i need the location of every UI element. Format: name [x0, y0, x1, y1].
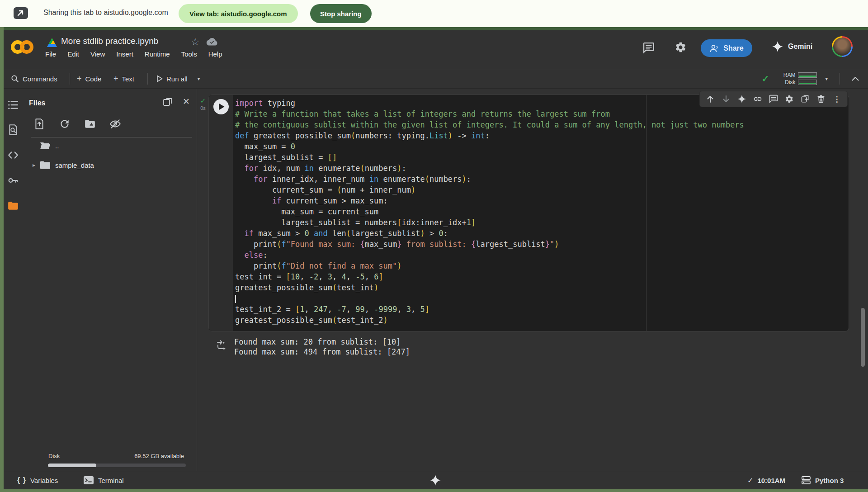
files-folder-icon-active[interactable]	[7, 200, 19, 212]
delete-cell-icon[interactable]	[816, 95, 826, 104]
menu-file[interactable]: File	[45, 50, 56, 58]
menu-view[interactable]: View	[90, 50, 105, 58]
code-editor[interactable]: import typing# Write a function that tak…	[233, 95, 849, 331]
execution-badge: ✓ 0s	[198, 97, 208, 111]
variables-button[interactable]: { } Variables	[17, 471, 58, 489]
folder-open-icon	[40, 141, 51, 150]
gemini-cell-spark-icon[interactable]	[737, 95, 746, 104]
open-in-window-icon[interactable]	[163, 97, 173, 107]
kernel-selector[interactable]: Python 3	[801, 471, 844, 489]
gemini-spark-icon	[772, 41, 783, 52]
menu-help[interactable]: Help	[208, 50, 222, 58]
code-cell: import typing# Write a function that tak…	[208, 95, 849, 331]
terminal-button[interactable]: Terminal	[83, 471, 124, 489]
cell-success-check-icon: ✓	[200, 97, 206, 104]
add-text-label: Text	[122, 75, 135, 83]
disk-available: 69.52 GB available	[134, 453, 184, 459]
add-code-button[interactable]: + Code	[77, 69, 101, 88]
disk-usage-bar	[48, 464, 186, 467]
cell-toolbar: ⋮	[699, 91, 848, 107]
sharing-message: Sharing this tab to aistudio.google.com	[43, 9, 168, 17]
disk-meter	[798, 80, 817, 85]
time-label: 10:01AM	[757, 477, 785, 484]
column-ruler	[646, 95, 646, 331]
move-cell-down-icon[interactable]	[722, 95, 731, 104]
disk-label: Disk	[780, 79, 795, 85]
check-icon: ✓	[747, 476, 753, 485]
kernel-label: Python 3	[815, 477, 844, 484]
code-snippets-icon[interactable]	[7, 149, 19, 161]
toolbar-divider	[70, 73, 70, 85]
files-actions	[33, 118, 121, 130]
run-all-button[interactable]: Run all ▾	[156, 69, 200, 88]
upload-file-icon[interactable]	[33, 118, 45, 130]
table-of-contents-icon[interactable]	[7, 99, 19, 111]
resources-caret-icon[interactable]: ▾	[825, 76, 828, 82]
run-all-caret-icon[interactable]: ▾	[198, 76, 200, 82]
run-cell-button[interactable]	[213, 99, 229, 114]
terminal-label: Terminal	[98, 477, 124, 484]
execution-time: 0s	[198, 105, 208, 111]
menu-insert[interactable]: Insert	[116, 50, 133, 58]
add-comment-icon[interactable]	[769, 95, 778, 104]
cell-settings-gear-icon[interactable]	[785, 95, 794, 104]
view-tab-button[interactable]: View tab: aistudio.google.com	[179, 4, 298, 23]
stop-sharing-button[interactable]: Stop sharing	[310, 4, 372, 23]
expand-arrow-icon[interactable]: ▸	[31, 162, 37, 168]
statusbar-gemini-spark[interactable]	[429, 471, 441, 489]
resource-monitor[interactable]: RAM Disk	[780, 72, 817, 85]
menu-bar: File Edit View Insert Runtime Tools Help	[45, 50, 222, 58]
colab-app: More stdlib practice.ipynb ☆ File Edit V…	[4, 30, 868, 489]
more-cell-actions-icon[interactable]: ⋮	[832, 95, 841, 104]
mount-drive-icon[interactable]	[84, 118, 96, 130]
output-text: Found max sum: 20 from sublist: [10]Foun…	[234, 337, 410, 357]
cell-gutter	[209, 95, 233, 331]
mirror-cell-icon[interactable]	[801, 95, 810, 104]
capture-border-bottom	[0, 489, 868, 492]
copy-link-icon[interactable]	[753, 95, 762, 104]
gemini-label: Gemini	[788, 43, 812, 51]
refresh-icon[interactable]	[59, 118, 71, 130]
hide-hidden-files-icon[interactable]	[109, 118, 121, 130]
vertical-scrollbar[interactable]	[861, 308, 865, 367]
notebook-toolbar: Commands + Code + Text Run all ▾ ✓	[4, 69, 868, 89]
cloud-saved-icon[interactable]	[206, 38, 218, 47]
avatar-photo	[833, 38, 851, 56]
move-cell-up-icon[interactable]	[706, 95, 715, 104]
statusbar: { } Variables Terminal ✓ 10:01AM	[4, 471, 868, 489]
connected-check-icon: ✓	[762, 73, 769, 84]
disk-usage-label: Disk	[48, 453, 60, 459]
close-panel-icon[interactable]: ✕	[183, 96, 190, 107]
add-code-label: Code	[85, 75, 102, 83]
tree-item-parent[interactable]: ..	[24, 140, 197, 151]
run-all-label: Run all	[166, 75, 188, 83]
notebook-title[interactable]: More stdlib practice.ipynb	[61, 36, 158, 46]
sidebar: Files ✕	[4, 89, 197, 471]
tree-item-label: sample_data	[55, 161, 94, 169]
disk-usage: Disk 69.52 GB available	[24, 453, 186, 468]
files-divider	[31, 137, 192, 137]
toolbar-divider	[147, 73, 148, 85]
tree-item-sample-data[interactable]: ▸ sample_data	[24, 159, 197, 171]
menu-runtime[interactable]: Runtime	[145, 50, 170, 58]
comments-icon[interactable]	[643, 42, 655, 54]
avatar[interactable]	[832, 36, 853, 57]
header: More stdlib practice.ipynb ☆ File Edit V…	[4, 30, 868, 69]
settings-gear-icon[interactable]	[675, 41, 687, 53]
menu-tools[interactable]: Tools	[181, 50, 197, 58]
menu-edit[interactable]: Edit	[67, 50, 79, 58]
gemini-button[interactable]: Gemini	[772, 41, 812, 52]
find-replace-icon[interactable]	[7, 124, 19, 136]
files-panel: Files ✕	[24, 89, 197, 471]
colab-logo[interactable]	[11, 39, 37, 55]
share-button[interactable]: Share	[701, 39, 752, 57]
secrets-key-icon[interactable]	[7, 175, 19, 186]
collapse-header-icon[interactable]	[852, 76, 859, 81]
folder-icon	[40, 161, 51, 170]
star-icon[interactable]: ☆	[191, 36, 200, 48]
commands-button[interactable]: Commands	[11, 69, 57, 88]
capture-border-top	[0, 27, 868, 30]
add-text-button[interactable]: + Text	[113, 69, 134, 88]
output-anchor-icon[interactable]	[216, 339, 228, 350]
play-icon	[218, 103, 225, 110]
